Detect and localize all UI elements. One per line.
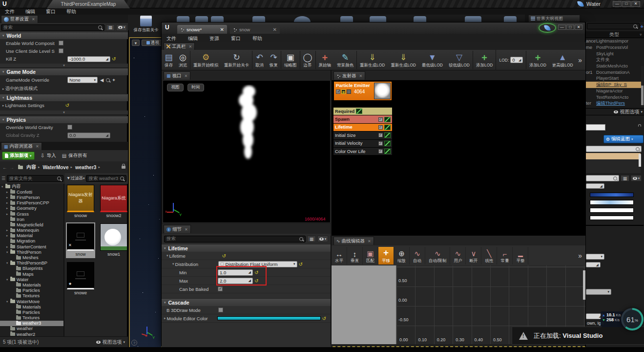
wireframe-render-icon[interactable] (347, 89, 351, 94)
add-actor-icon[interactable]: + (641, 23, 644, 29)
type-column-header[interactable]: 类型 (609, 31, 619, 38)
module-row[interactable]: Required (333, 108, 392, 115)
tree-item[interactable]: Geometry (0, 206, 63, 211)
dropdown-field[interactable]: ▾ (586, 289, 611, 295)
eye-filter-icon[interactable]: ▾ (116, 24, 127, 31)
filter-caret-icon[interactable]: ▿ (640, 33, 642, 37)
outliner-row[interactable]: 文件夹 (586, 57, 642, 63)
menu-item[interactable]: 窗口 (46, 8, 56, 15)
save-all-button[interactable]: ▤保存所有 (62, 153, 87, 159)
tree-item[interactable]: StarterContent (0, 244, 63, 249)
add-icon[interactable]: + (112, 77, 115, 83)
map-tab[interactable]: ThirdPersonExampleMap (47, 0, 130, 8)
breadcrumb-content[interactable]: 内容 (26, 164, 36, 171)
asset-tile[interactable]: snow1 (100, 223, 127, 257)
global-gravity-field[interactable]: 0.0◢ (67, 132, 110, 138)
module-checkbox[interactable] (378, 125, 383, 130)
maximize-button[interactable]: □ (622, 1, 631, 7)
module-checkbox[interactable] (378, 149, 383, 154)
tree-item[interactable]: Materials (0, 304, 63, 309)
solid-render-icon[interactable]: ▦ (341, 89, 346, 94)
reset-icon[interactable]: ↺ (65, 103, 69, 108)
toolbar-button[interactable]: 重新开始关卡 (221, 51, 252, 69)
use-client-side-checkbox[interactable] (59, 48, 63, 53)
curve-toolbar-button[interactable]: 用户 (450, 247, 466, 264)
tree-item[interactable]: ThirdPerson (0, 249, 63, 255)
section-game-mode[interactable]: ▾Game Mode (0, 68, 128, 75)
menu-item[interactable]: 文件 (166, 35, 176, 42)
tree-item[interactable]: ThirdPersonBP (0, 261, 63, 266)
curve-toolbar-button[interactable]: 自动 (410, 247, 425, 264)
curve-toolbar-button[interactable]: 自动/限制 (425, 247, 450, 264)
reset-icon[interactable]: ↺ (322, 316, 326, 321)
view-menu-button[interactable]: 视图 (167, 84, 184, 91)
menu-item[interactable]: 编辑 (188, 35, 198, 42)
toolbar-button[interactable]: 更高级LOD (549, 51, 576, 69)
outliner-scrollbar[interactable] (641, 66, 644, 107)
module-row[interactable]: Initial Velocity (333, 140, 392, 148)
outliner-row[interactable]: 编辑BP_Sky_S (586, 82, 642, 88)
curve-toolbar-button[interactable]: 匹配 (363, 247, 378, 264)
kill-z-field[interactable]: -1000.0◢ (67, 56, 110, 62)
row-lightmass-settings[interactable]: ▸Lightmass Settings ↺ (0, 101, 128, 110)
save-current-level-button[interactable]: 保存当前关卡 (129, 15, 163, 37)
module-color-swatch[interactable] (217, 316, 321, 320)
breadcrumb-weather3[interactable]: weather3 (75, 165, 96, 170)
view-options-button[interactable]: 视图选项▾ (96, 339, 125, 346)
curve-toolbar-button[interactable]: 断开 (466, 247, 481, 264)
tree-item[interactable]: Textures (0, 315, 63, 321)
toolbar-button[interactable]: 添加LOD (473, 51, 496, 69)
module-graph-icon[interactable] (384, 141, 391, 146)
component-scrollbar[interactable] (639, 154, 641, 167)
module-checkbox[interactable] (378, 141, 383, 146)
toolbar-button[interactable]: 重新开始模拟 (190, 51, 221, 69)
menu-item[interactable]: 编辑 (25, 8, 35, 15)
tree-item[interactable]: Iron (0, 217, 63, 222)
tree-item[interactable]: Migration (0, 239, 63, 244)
curve-toolbar-button[interactable]: 平整 (513, 247, 528, 264)
section-world[interactable]: ▾World (0, 32, 128, 39)
curve-toolbar-button[interactable]: 缩放 (394, 247, 410, 264)
module-graph-icon[interactable] (384, 117, 391, 122)
asset-tile[interactable]: Niagara发射器 snoow (67, 185, 94, 219)
asset-tile[interactable]: ★ snowe (67, 262, 94, 296)
menu-item[interactable]: 文件 (5, 8, 15, 15)
back-icon[interactable]: ← (2, 165, 7, 170)
eye-filter-icon[interactable]: ▾ (631, 175, 642, 181)
menu-item[interactable]: 窗口 (231, 35, 241, 42)
time-menu-button[interactable]: 时间 (187, 84, 204, 91)
advanced-expander[interactable]: ▾ (0, 110, 128, 115)
eye-filter-icon[interactable]: ▾ (317, 236, 328, 242)
lock-icon[interactable] (122, 166, 125, 169)
tree-options-icon[interactable]: ☰ (1, 176, 5, 181)
tree-item[interactable]: WaterMove (0, 299, 63, 304)
tree-item[interactable]: Confetti (0, 189, 63, 195)
tree-item[interactable]: weather3 (0, 321, 63, 326)
tree-item[interactable]: FirstPerson (0, 195, 63, 200)
level-viewport-strip[interactable]: ▾ 透视 x Y ? (129, 37, 164, 349)
category-cascade[interactable]: ▾Cascade (162, 298, 331, 306)
curve-toolbar-button[interactable]: 平移 (378, 247, 394, 264)
outliner-row[interactable]: TextRenderActo (586, 94, 642, 100)
dropdown-field[interactable]: ▾ (586, 254, 604, 260)
toolbar-button[interactable]: 浏览 (176, 51, 190, 69)
help-icon[interactable]: ? (131, 340, 137, 346)
module-checkbox[interactable] (378, 133, 383, 137)
browse-to-icon[interactable]: ◀ (100, 77, 104, 83)
color-bar-lightblue[interactable] (590, 200, 634, 205)
tree-item[interactable]: weather2 (0, 331, 63, 336)
module-row[interactable]: Lifetime (333, 124, 392, 132)
toolbar-button[interactable]: 较低级LOD (446, 51, 473, 69)
tree-item[interactable]: Magneticfield (0, 222, 63, 227)
edit-blueprint-button[interactable]: ⚙ 编辑蓝图 ▾ (603, 135, 644, 143)
breadcrumb-watermove[interactable]: WaterMove (43, 165, 69, 170)
tree-item[interactable]: Water (0, 277, 63, 282)
details-search-input[interactable] (586, 175, 619, 181)
toolbar-button[interactable]: 原始轴 (315, 51, 334, 69)
tree-item[interactable]: weather (0, 326, 63, 331)
asset-tile[interactable]: Niagara系统 snoow2 (100, 185, 127, 219)
tree-item[interactable]: Material (0, 233, 63, 239)
tree-item[interactable]: Mannequin (0, 228, 63, 233)
module-row[interactable]: Color Over Life (333, 148, 392, 155)
section-lightmass[interactable]: ▾Lightmass (0, 94, 128, 101)
